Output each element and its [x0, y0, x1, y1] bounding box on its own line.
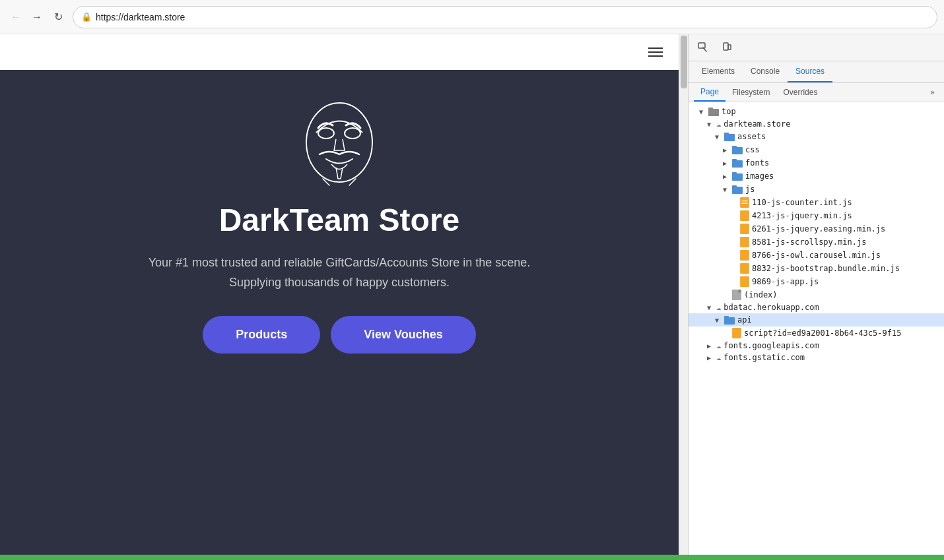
tree-item-googleapis[interactable]: ▶ ☁ fonts.googleapis.com — [689, 340, 944, 352]
tree-label-darkteam: darkteam.store — [724, 119, 790, 129]
tree-item-darkteam[interactable]: ▼ ☁ darkteam.store — [689, 118, 944, 130]
tree-label-images: images — [745, 171, 774, 181]
webpage-header — [0, 34, 679, 70]
webpage-hero: DarkTeam Store Your #1 most trusted and … — [0, 70, 679, 380]
toggle-gstatic[interactable]: ▶ — [707, 354, 716, 361]
svg-rect-7 — [708, 108, 713, 109]
toggle-css[interactable]: ▶ — [723, 146, 732, 154]
subtab-page[interactable]: Page — [694, 83, 725, 102]
tree-item-js[interactable]: ▼ js — [689, 183, 944, 196]
svg-rect-12 — [732, 160, 743, 168]
tree-item-bdatac[interactable]: ▼ ☁ bdatac.herokuapp.com — [689, 301, 944, 313]
toggle-api[interactable]: ▼ — [715, 317, 724, 324]
toggle-googleapis[interactable]: ▶ — [707, 342, 716, 350]
tree-item-css[interactable]: ▶ css — [689, 143, 944, 156]
devtools-panel: Elements Console Sources Page Filesystem… — [688, 34, 944, 555]
device-toolbar-button[interactable] — [718, 38, 736, 57]
toggle-js[interactable]: ▼ — [723, 186, 732, 193]
hamburger-menu[interactable] — [646, 45, 665, 59]
tree-item-file4[interactable]: ▶ 8581-js-scrollspy.min.js — [689, 235, 944, 249]
svg-rect-9 — [724, 133, 729, 135]
folder-icon — [708, 106, 719, 117]
more-tabs-button[interactable]: » — [926, 84, 939, 101]
tab-console[interactable]: Console — [743, 61, 788, 82]
nav-buttons: ← → ↻ — [7, 8, 67, 26]
inspect-element-button[interactable] — [694, 38, 712, 57]
toggle-darkteam[interactable]: ▼ — [707, 121, 716, 128]
toggle-bdatac[interactable]: ▼ — [707, 304, 716, 311]
tree-label-js: js — [745, 185, 755, 194]
svg-rect-19 — [740, 210, 749, 221]
cloud-bdatac-icon: ☁ — [716, 303, 721, 312]
file7-icon — [740, 276, 749, 287]
file6-icon — [740, 263, 749, 274]
mask-logo — [300, 96, 379, 189]
tree-label-script: script?id=ed9a2001-8b64-43c5-9f15 — [744, 328, 901, 338]
tree-item-file6[interactable]: ▶ 8832-js-bootstrap.bundle.min.js — [689, 262, 944, 275]
images-folder-icon — [732, 171, 743, 181]
tree-item-file2[interactable]: ▶ 4213-js-jquery.min.js — [689, 209, 944, 222]
tree-item-file5[interactable]: ▶ 8766-js-owl.carousel.min.js — [689, 249, 944, 262]
vouches-button[interactable]: View Vouches — [331, 316, 475, 354]
products-button[interactable]: Products — [203, 316, 320, 354]
scrollbar[interactable] — [679, 34, 688, 555]
tree-item-file7[interactable]: ▶ 9869-js-app.js — [689, 275, 944, 288]
svg-rect-14 — [732, 173, 743, 181]
subtab-overrides[interactable]: Overrides — [776, 84, 824, 101]
svg-rect-11 — [732, 146, 737, 148]
tree-item-file1[interactable]: ▶ 110-js-counter.int.js — [689, 196, 944, 209]
tree-item-images[interactable]: ▶ images — [689, 170, 944, 183]
js-folder-icon — [732, 184, 743, 195]
file2-icon — [740, 210, 749, 221]
toggle-images[interactable]: ▶ — [723, 173, 732, 180]
tree-label-css: css — [745, 145, 760, 154]
browser-content: DarkTeam Store Your #1 most trusted and … — [0, 34, 944, 555]
svg-rect-28 — [732, 328, 741, 338]
svg-rect-8 — [724, 134, 735, 141]
tree-item-index[interactable]: ▶ (index) — [689, 288, 944, 301]
tree-item-api[interactable]: ▼ api — [689, 313, 944, 327]
address-bar-wrapper: 🔒 — [73, 6, 937, 28]
svg-rect-27 — [724, 316, 729, 318]
cloud-googleapis-icon: ☁ — [716, 341, 721, 350]
file-tree: ▼ top ▼ ☁ darkteam.store ▼ a — [689, 102, 944, 555]
tree-label-googleapis: fonts.googleapis.com — [724, 341, 819, 350]
tree-item-gstatic[interactable]: ▶ ☁ fonts.gstatic.com — [689, 352, 944, 363]
index-icon — [732, 290, 741, 300]
svg-rect-17 — [732, 185, 737, 187]
tree-label-file5: 8766-js-owl.carousel.min.js — [752, 251, 881, 260]
tree-item-file3[interactable]: ▶ 6261-js-jquery.easing.min.js — [689, 222, 944, 235]
css-folder-icon — [732, 144, 743, 155]
tree-label-file6: 8832-js-bootstrap.bundle.min.js — [752, 264, 900, 273]
tab-elements[interactable]: Elements — [694, 61, 743, 82]
svg-rect-13 — [732, 159, 737, 161]
svg-rect-16 — [732, 187, 743, 194]
forward-button[interactable]: → — [28, 8, 46, 26]
toggle-assets[interactable]: ▼ — [715, 133, 724, 140]
svg-point-0 — [306, 103, 372, 182]
tree-label-file1: 110-js-counter.int.js — [752, 198, 852, 207]
subtab-filesystem[interactable]: Filesystem — [725, 84, 776, 101]
tree-label-bdatac: bdatac.herokuapp.com — [724, 303, 819, 312]
address-bar[interactable] — [96, 12, 929, 22]
svg-rect-22 — [740, 250, 749, 261]
assets-folder-icon — [724, 131, 735, 142]
api-folder-icon — [724, 315, 735, 325]
back-button[interactable]: ← — [7, 8, 25, 26]
svg-rect-20 — [740, 224, 749, 234]
toggle-fonts[interactable]: ▶ — [723, 160, 732, 167]
svg-rect-23 — [740, 263, 749, 274]
scrollbar-thumb[interactable] — [681, 36, 687, 88]
tree-item-top[interactable]: ▼ top — [689, 105, 944, 118]
svg-rect-4 — [724, 43, 728, 50]
svg-rect-15 — [732, 172, 737, 174]
tree-item-assets[interactable]: ▼ assets — [689, 130, 944, 143]
tree-label-api: api — [737, 315, 752, 325]
file3-icon — [740, 224, 749, 234]
toggle-top[interactable]: ▼ — [699, 108, 708, 115]
tree-item-fonts[interactable]: ▶ fonts — [689, 156, 944, 170]
reload-button[interactable]: ↻ — [49, 8, 67, 26]
tab-sources[interactable]: Sources — [788, 61, 832, 82]
tree-item-script[interactable]: ▶ script?id=ed9a2001-8b64-43c5-9f15 — [689, 327, 944, 340]
hero-title: DarkTeam Store — [219, 202, 460, 238]
